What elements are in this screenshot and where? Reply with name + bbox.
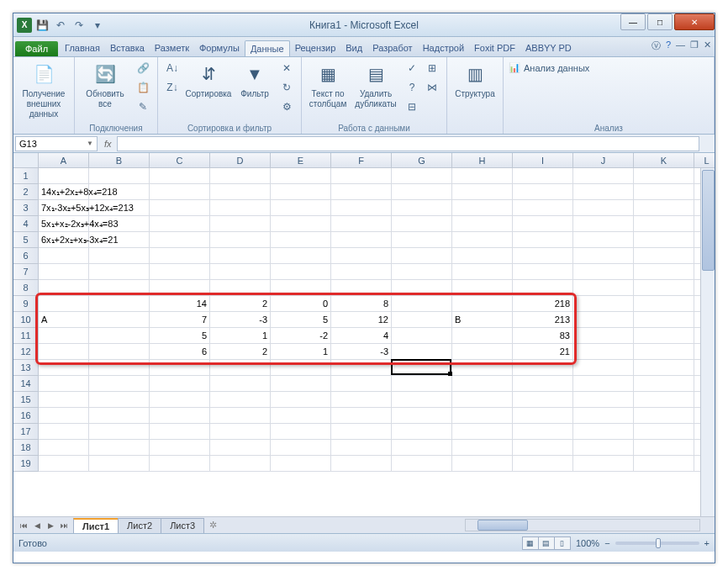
cell-K16[interactable]: [634, 408, 694, 424]
cell-K1[interactable]: [634, 168, 694, 184]
cell-C2[interactable]: [150, 184, 210, 200]
cell-B7[interactable]: [89, 264, 150, 280]
col-header-J[interactable]: J: [573, 153, 634, 168]
cell-F9[interactable]: 8: [331, 296, 392, 312]
cell-D1[interactable]: [210, 168, 271, 184]
page-layout-button[interactable]: ▤: [538, 536, 555, 550]
advanced-filter-icon[interactable]: ⚙: [277, 98, 296, 116]
remove-duplicates-button[interactable]: ▤ Удалить дубликаты: [352, 59, 399, 109]
namebox-dropdown-icon[interactable]: ▼: [87, 140, 93, 147]
cell-F18[interactable]: [331, 440, 392, 456]
cell-H12[interactable]: [452, 344, 513, 360]
cell-K7[interactable]: [634, 264, 694, 280]
cell-G4[interactable]: [392, 216, 452, 232]
properties-icon[interactable]: 📋: [134, 78, 152, 97]
row-header-12[interactable]: 12: [13, 344, 39, 360]
zoom-knob[interactable]: [656, 538, 661, 548]
cell-A8[interactable]: [39, 280, 89, 296]
prev-sheet-icon[interactable]: ◀: [30, 521, 44, 530]
cell-A3[interactable]: 7x₁-3x₂+5x₃+12x₄=213: [39, 200, 89, 216]
cell-J1[interactable]: [573, 168, 634, 184]
consolidate-icon[interactable]: ⊞: [423, 59, 441, 77]
cell-J12[interactable]: [573, 344, 634, 360]
row-header-18[interactable]: 18: [13, 440, 39, 456]
cell-I1[interactable]: [513, 168, 573, 184]
cell-G12[interactable]: [392, 344, 452, 360]
cell-C8[interactable]: [150, 280, 210, 296]
cell-D16[interactable]: [210, 408, 271, 424]
whatif-icon[interactable]: ?: [403, 78, 421, 97]
vscroll-thumb[interactable]: [702, 170, 715, 271]
row-header-15[interactable]: 15: [13, 392, 39, 408]
cell-H3[interactable]: [452, 200, 513, 216]
cell-H5[interactable]: [452, 232, 513, 248]
save-icon[interactable]: 💾: [34, 17, 50, 34]
cell-G8[interactable]: [392, 280, 452, 296]
tab-формулы[interactable]: Формулы: [194, 40, 245, 56]
col-header-B[interactable]: B: [89, 153, 150, 168]
cell-K14[interactable]: [634, 376, 694, 392]
cell-F1[interactable]: [331, 168, 392, 184]
cell-G2[interactable]: [392, 184, 452, 200]
cell-B6[interactable]: [89, 248, 150, 264]
text-to-columns-button[interactable]: ▦ Текст по столбцам: [307, 59, 349, 109]
cell-A9[interactable]: [39, 296, 89, 312]
cell-E12[interactable]: 1: [271, 344, 331, 360]
col-header-F[interactable]: F: [331, 153, 392, 168]
cell-G7[interactable]: [392, 264, 452, 280]
sheet-tab-Лист3[interactable]: Лист3: [161, 518, 204, 533]
first-sheet-icon[interactable]: ⏮: [17, 521, 30, 530]
cell-A5[interactable]: 6x₁+2x₂+x₃-3x₄=21: [39, 232, 89, 248]
cell-J18[interactable]: [573, 440, 634, 456]
cell-G6[interactable]: [392, 248, 452, 264]
cell-K10[interactable]: [634, 312, 694, 328]
row-header-17[interactable]: 17: [13, 424, 39, 440]
cell-A18[interactable]: [39, 440, 89, 456]
edit-links-icon[interactable]: ✎: [134, 98, 152, 116]
tab-надстрой[interactable]: Надстрой: [418, 40, 469, 56]
minimize-button[interactable]: —: [620, 13, 646, 30]
col-header-C[interactable]: C: [150, 153, 210, 168]
cell-I2[interactable]: [513, 184, 573, 200]
col-header-G[interactable]: G: [392, 153, 452, 168]
get-external-data-button[interactable]: 📄 Получение внешних данных: [18, 59, 69, 119]
cell-D8[interactable]: [210, 280, 271, 296]
cell-C10[interactable]: 7: [150, 312, 210, 328]
cell-K2[interactable]: [634, 184, 694, 200]
cell-J6[interactable]: [573, 248, 634, 264]
cell-C19[interactable]: [150, 456, 210, 472]
row-header-5[interactable]: 5: [13, 232, 39, 248]
cell-F14[interactable]: [331, 376, 392, 392]
reapply-icon[interactable]: ↻: [277, 78, 296, 97]
cell-E4[interactable]: [271, 216, 331, 232]
cell-B9[interactable]: [89, 296, 150, 312]
col-header-K[interactable]: K: [634, 153, 694, 168]
cell-G15[interactable]: [392, 392, 452, 408]
cell-F8[interactable]: [331, 280, 392, 296]
connections-icon[interactable]: 🔗: [134, 59, 152, 77]
help-icon[interactable]: ?: [666, 40, 671, 52]
row-header-19[interactable]: 19: [13, 456, 39, 472]
tab-рецензир[interactable]: Рецензир: [290, 40, 341, 56]
cell-J5[interactable]: [573, 232, 634, 248]
cell-C12[interactable]: 6: [150, 344, 210, 360]
cell-J13[interactable]: [573, 360, 634, 376]
cell-I15[interactable]: [513, 392, 573, 408]
file-tab[interactable]: Файл: [15, 41, 58, 56]
cell-I5[interactable]: [513, 232, 573, 248]
cell-I4[interactable]: [513, 216, 573, 232]
cell-J19[interactable]: [573, 456, 634, 472]
cell-D6[interactable]: [210, 248, 271, 264]
cell-C13[interactable]: [150, 360, 210, 376]
cell-J8[interactable]: [573, 280, 634, 296]
cell-E17[interactable]: [271, 424, 331, 440]
cell-K18[interactable]: [634, 440, 694, 456]
doc-restore-icon[interactable]: ❐: [690, 40, 699, 52]
cell-G18[interactable]: [392, 440, 452, 456]
cell-F17[interactable]: [331, 424, 392, 440]
cell-B13[interactable]: [89, 360, 150, 376]
qat-dropdown-icon[interactable]: ▾: [89, 17, 106, 34]
normal-view-button[interactable]: ▦: [522, 536, 539, 550]
zoom-slider[interactable]: [615, 542, 699, 545]
cell-C15[interactable]: [150, 392, 210, 408]
